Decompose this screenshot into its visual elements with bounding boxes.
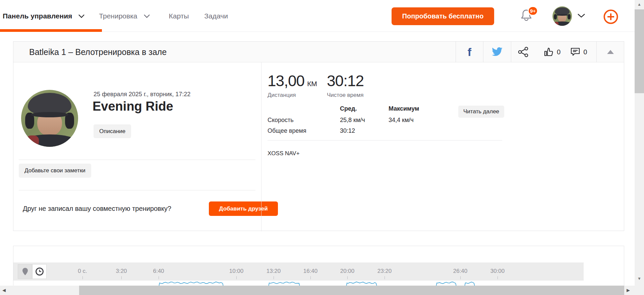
nav-item-training[interactable]: Тренировка [99, 12, 150, 20]
nav-item-training-label: Тренировка [99, 12, 137, 20]
active-tab-underline [0, 29, 102, 32]
scroll-right-icon[interactable]: ▶ [627, 286, 630, 295]
axis-tick-mark [121, 276, 122, 279]
comment-count: 0 [583, 48, 587, 56]
vertical-scrollbar[interactable]: ▲ ▼ [635, 0, 644, 295]
speed-line-segment [269, 282, 300, 286]
trial-button[interactable]: Попробовать бесплатно [392, 7, 494, 25]
nav-item-dashboard-label: Панель управления [3, 12, 72, 20]
table-row-label: Общее время [268, 127, 306, 134]
chevron-down-icon [143, 14, 150, 18]
chart-card: 0 с.3:206:4010:0013:2016:4020:0023:2026:… [13, 246, 624, 286]
distance-value: 13,00 [268, 72, 304, 90]
plus-circle-icon [603, 9, 619, 24]
description-button[interactable]: Описание [94, 124, 131, 138]
kudos-count: 0 [557, 48, 561, 56]
horizontal-scrollbar[interactable]: ◀ ▶ [0, 286, 635, 295]
axis-tick-label: 23:20 [377, 268, 392, 275]
speed-line-segment [465, 282, 475, 286]
speed-line-segment [436, 282, 456, 286]
social-bar: f [456, 42, 624, 62]
add-notes-button[interactable]: Добавьте свои заметки [19, 164, 91, 178]
twitter-icon [491, 47, 503, 57]
scroll-up-icon[interactable]: ▲ [635, 2, 644, 7]
profile-chevron-down-icon[interactable] [577, 13, 585, 18]
distance-label: Дистанция [268, 92, 317, 99]
chevron-down-icon [78, 14, 85, 18]
axis-tick-label: 13:20 [267, 268, 281, 275]
moving-time-label: Чистое время [327, 92, 364, 99]
axis-tick-label: 3:20 [116, 268, 127, 275]
axis-tick-label: 26:40 [453, 268, 468, 275]
time-view-button[interactable] [32, 264, 47, 279]
avatar-art-part [26, 135, 39, 147]
nav-item-dashboard[interactable]: Панель управления [3, 12, 85, 20]
notification-count-badge: 9+ [528, 6, 538, 16]
axis-tick-mark [274, 276, 274, 279]
avatar[interactable] [552, 6, 572, 26]
table-row-avg: 25,8 км/ч [340, 117, 365, 124]
device-name: XOSS NAV+ [268, 150, 300, 157]
kudos-button[interactable]: 0 [543, 47, 561, 57]
scroll-down-icon[interactable]: ▼ [635, 276, 644, 281]
read-more-button[interactable]: Читать далее [458, 106, 504, 118]
nav-item-challenges[interactable]: Задачи [204, 12, 228, 20]
facebook-icon: f [468, 42, 471, 62]
share-icon[interactable] [517, 46, 529, 58]
vertical-scrollbar-thumb[interactable] [635, 9, 644, 93]
page: Панель управления Тренировка Карты Задач… [0, 0, 644, 295]
axis-tick-mark [497, 276, 498, 279]
activity-card: Batleika 1 – Велотренировка в зале f [13, 41, 624, 231]
speed-line-segment [346, 282, 377, 286]
avatar-art-part [554, 22, 559, 26]
collapse-button[interactable] [596, 42, 624, 62]
table-header-avg: Сред. [340, 105, 357, 112]
activity-card-title: Batleika 1 – Велотренировка в зале [29, 42, 167, 62]
chart-plot-svg [13, 281, 624, 286]
table-row-label: Скорость [268, 117, 294, 124]
divider [19, 190, 255, 190]
table-row-max: 34,4 км/ч [389, 117, 414, 124]
collapse-arrow-icon [607, 50, 614, 54]
axis-tick-mark [460, 276, 461, 279]
facebook-share-button[interactable]: f [456, 42, 483, 62]
axis-tick-label: 20:00 [340, 268, 355, 275]
scroll-left-icon[interactable]: ◀ [2, 286, 6, 295]
comment-icon [570, 47, 581, 57]
axis-tick-label: 6:40 [153, 268, 164, 275]
horizontal-scrollbar-thumb[interactable] [79, 286, 624, 295]
clock-icon [35, 267, 44, 276]
axis-tick-label: 16:40 [303, 268, 318, 275]
axis-tick-mark [236, 276, 237, 279]
distance-unit: КМ [307, 80, 317, 88]
map-pin-icon [22, 268, 28, 276]
axis-tick-mark [385, 276, 385, 279]
twitter-share-button[interactable] [483, 42, 511, 62]
comments-button[interactable]: 0 [570, 47, 587, 57]
activity-name: Evening Ride [93, 99, 173, 114]
map-view-button[interactable] [18, 264, 32, 279]
axis-tick-mark [159, 276, 159, 279]
athlete-photo[interactable] [21, 90, 78, 147]
table-row-avg: 30:12 [340, 127, 355, 134]
nav-item-challenges-label: Задачи [204, 12, 228, 20]
moving-time-value: 30:12 [327, 72, 364, 90]
divider [268, 140, 502, 140]
axis-tick-label: 30:00 [490, 268, 505, 275]
axis-tick-mark [82, 276, 83, 279]
distance-stat: 13,00 КМ Дистанция [268, 72, 317, 99]
table-header-max: Максимум [389, 105, 419, 112]
avatar-art-part [31, 112, 68, 117]
add-activity-button[interactable] [603, 9, 619, 24]
moving-time-stat: 30:12 Чистое время [327, 72, 364, 99]
nav-item-maps-label: Карты [169, 12, 189, 20]
notifications-button[interactable]: 9+ [520, 8, 537, 25]
speed-line-segment [159, 282, 223, 286]
nav-item-maps[interactable]: Карты [169, 12, 189, 20]
avatar-art-part [556, 14, 569, 16]
activity-card-header: Batleika 1 – Велотренировка в зале f [13, 42, 624, 62]
top-nav: Панель управления Тренировка Карты Задач… [0, 0, 635, 32]
nav-items: Панель управления Тренировка Карты Задач… [3, 0, 228, 32]
axis-tick-label: 10:00 [229, 268, 244, 275]
chart-toolbar: 0 с.3:206:4010:0013:2016:4020:0023:2026:… [13, 262, 584, 281]
